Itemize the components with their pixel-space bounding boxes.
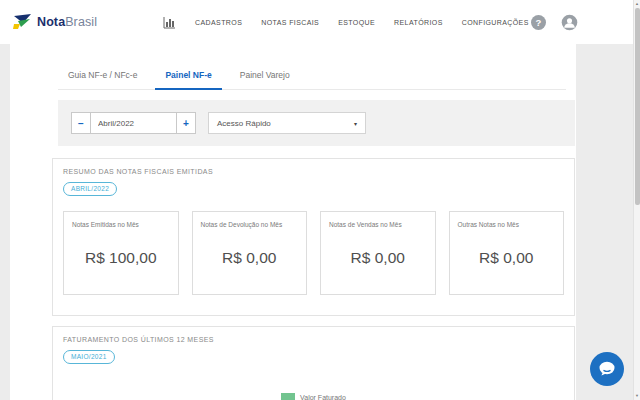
nav-item-notas-fiscais[interactable]: NOTAS FISCAIS (261, 19, 319, 26)
legend-label: Valor Faturado (300, 394, 346, 400)
faturamento-month-badge: MAIO/2021 (63, 350, 115, 364)
stats-row: Notas Emitidas no Mês R$ 100,00 Notas de… (63, 211, 564, 295)
scroll-down-icon[interactable]: ▼ (634, 393, 640, 399)
month-prev-button[interactable]: − (71, 112, 91, 134)
nav-item-cadastros[interactable]: CADASTROS (195, 19, 242, 26)
nav-item-relatorios[interactable]: RELATÓRIOS (394, 19, 443, 26)
month-stepper: − + (71, 112, 196, 134)
scroll-up-icon[interactable]: ▲ (634, 1, 640, 7)
help-icon[interactable]: ? (531, 15, 546, 30)
brand-logo[interactable]: NotaBrasil (12, 13, 97, 32)
nav-item-estoque[interactable]: ESTOQUE (338, 19, 375, 26)
month-input[interactable] (91, 112, 176, 134)
bar-chart-icon[interactable] (163, 16, 176, 29)
stat-notas-emitidas: Notas Emitidas no Mês R$ 100,00 (63, 211, 179, 295)
scrollbar-thumb[interactable] (635, 8, 640, 205)
filter-toolbar: − + Acesso Rápido ▾ (58, 100, 575, 146)
tab-painel-varejo[interactable]: Painel Varejo (230, 66, 300, 90)
brand-name: NotaBrasil (37, 15, 97, 29)
main-panel: Guia NF-e / NFc-e Painel NF-e Painel Var… (10, 44, 576, 400)
chat-bubble-icon[interactable] (590, 352, 624, 386)
resumo-card-title: RESUMO DAS NOTAS FISCAIS EMITIDAS (63, 168, 564, 175)
tab-painel-nfe[interactable]: Painel NF-e (155, 66, 221, 90)
chart-legend: Valor Faturado (63, 393, 564, 400)
tab-bar: Guia NF-e / NFc-e Painel NF-e Painel Var… (58, 44, 566, 90)
vertical-scrollbar[interactable]: ▲ ▼ (633, 0, 640, 400)
app-header: NotaBrasil CADASTROS NOTAS FISCAIS ESTOQ… (0, 0, 640, 44)
resumo-month-badge: ABRIL/2022 (63, 182, 117, 196)
resumo-card: RESUMO DAS NOTAS FISCAIS EMITIDAS ABRIL/… (52, 158, 575, 316)
stat-notas-devolucao: Notas de Devolução no Mês R$ 0,00 (192, 211, 308, 295)
faturamento-card: FATURAMENTO DOS ÚLTIMOS 12 MESES MAIO/20… (52, 326, 575, 400)
month-next-button[interactable]: + (176, 112, 196, 134)
header-actions: ? (531, 14, 578, 31)
stat-outras-notas: Outras Notas no Mês R$ 0,00 (449, 211, 565, 295)
notabrasil-logo-icon (12, 13, 33, 32)
main-nav: CADASTROS NOTAS FISCAIS ESTOQUE RELATÓRI… (163, 16, 529, 29)
quick-access-label: Acesso Rápido (217, 119, 271, 128)
quick-access-select[interactable]: Acesso Rápido ▾ (208, 112, 366, 134)
chevron-down-icon: ▾ (354, 120, 357, 127)
stat-notas-vendas: Notas de Vendas no Mês R$ 0,00 (320, 211, 436, 295)
legend-swatch-valor-faturado (281, 393, 295, 400)
faturamento-card-title: FATURAMENTO DOS ÚLTIMOS 12 MESES (63, 336, 564, 343)
user-avatar-icon[interactable] (561, 14, 578, 31)
tab-guia-nfe-nfce[interactable]: Guia NF-e / NFc-e (58, 66, 147, 90)
nav-item-configuracoes[interactable]: CONFIGURAÇÕES (462, 19, 529, 26)
